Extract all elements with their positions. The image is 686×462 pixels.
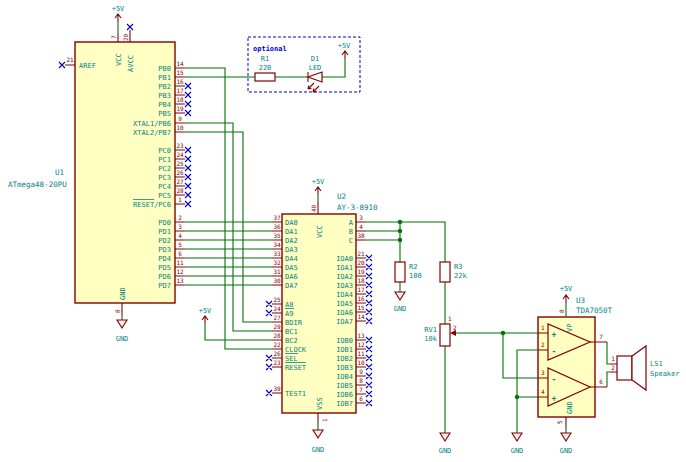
pin-name: IOA2 [336,273,353,281]
r2-body [395,262,405,282]
pin-name: XTAL1/PB6 [133,120,171,128]
pin-name: AREF [79,62,96,70]
gnd-label: GND [439,447,452,455]
pin-number: 5 [178,241,182,248]
r1-body [255,73,275,81]
led-triangle [308,72,322,82]
pin-name: PD7 [158,282,171,290]
u2-ref: U2 [337,192,346,201]
pin-number: 28 [176,187,184,194]
pin-number: 15 [176,69,184,76]
pin-name: PD4 [158,255,171,263]
opamp-plus-sign: + [552,330,557,339]
pin-number: 16 [357,295,365,302]
pin-number: 8 [558,309,565,313]
pin-name: PD1 [158,228,171,236]
pin-name: VSS [316,397,324,410]
pin-name: GND [566,401,574,414]
pin-number: 1 [178,196,182,203]
r1-value: 220 [259,64,272,72]
pin-number: 13 [357,332,365,339]
junction-dot [515,395,519,399]
pin-number: 22 [273,341,281,348]
pin-number: 6 [599,378,603,385]
pin-name: IOB0 [336,337,353,345]
pin-name: IOB6 [336,391,353,399]
pin-name: IOB3 [336,364,353,372]
pin-name: IOA6 [336,309,353,317]
r3-body [440,262,450,282]
opamp-minus-sign: - [552,375,557,384]
pin-number: 17 [176,87,184,94]
pin-name: XTAL2/PB7 [133,129,171,137]
pin-number: 10 [357,359,365,366]
pin-number: 2 [611,364,615,371]
pin-number: 3 [541,369,545,376]
led-emission-arrows [308,83,319,92]
pin-number: 13 [176,277,184,284]
pin-number: 15 [357,304,365,311]
junction-dot [398,229,402,233]
pin-name: BC1 [285,328,298,336]
pin-number: 28 [273,332,281,339]
gnd-label: GND [394,305,407,313]
pin-name: PC5 [158,192,171,200]
pin-number: 11 [176,259,184,266]
pin-number: 23 [176,142,184,149]
u1-value: ATmega48-20PU [8,180,67,189]
schematic-canvas: U1 ATmega48-20PU 21 AREF VCC 7 AVCC 20 G… [0,0,686,462]
r2-value: 100 [409,272,422,280]
pin-name: PB0 [158,65,171,73]
pin-name: IOA7 [336,318,353,326]
pin-number: 8 [359,377,363,384]
pin-name: DA3 [285,246,298,254]
pin-name: IOB2 [336,355,353,363]
pin-name: PD5 [158,264,171,272]
junction-dot [398,238,402,242]
pin-name: PB5 [158,110,171,118]
pin-number: 27 [273,314,281,321]
pin-name: B [349,228,353,236]
gnd-label: GND [560,447,573,455]
pin-name: IOB1 [336,346,353,354]
d1-value: LED [309,64,322,72]
pin-name: DA6 [285,273,298,281]
r3-value: 22k [454,272,467,280]
pin-name: IOA0 [336,255,353,263]
pin-name: A9 [285,310,293,318]
r1-ref: R1 [261,55,269,63]
pin-name: IOB5 [336,382,353,390]
pin-number: 30 [273,277,281,284]
rv1-body [440,324,450,346]
pin-number: 19 [176,105,184,112]
pin-name: PD6 [158,273,171,281]
pin-name: IOB7 [336,400,353,408]
d1-ref: D1 [311,55,319,63]
pin-number: 17 [357,286,365,293]
pin-number: 26 [176,169,184,176]
pin-name: DA1 [285,228,298,236]
u3-ref: U3 [576,296,585,305]
pin-number: 24 [176,151,184,158]
pin-number: 2 [453,324,457,331]
pin-number: 20 [357,259,365,266]
pin-number: 7 [599,333,603,340]
pin-name: PB4 [158,101,171,109]
rv1-value: 10k [424,335,437,343]
pin-name: DA4 [285,255,298,263]
pin-number: 40 [310,204,317,212]
pin-number: 6 [178,250,182,257]
ls1-value: Speaker [650,370,680,378]
pin-name: VCC [115,53,123,66]
pin-number: 20 [122,33,129,41]
pin-number: 1 [321,418,328,422]
pin-name: PC3 [158,174,171,182]
pin-number: 27 [176,178,184,185]
pin-number: 24 [273,305,281,312]
pin-number: 1 [541,324,545,331]
pin-number: 5 [556,420,563,424]
pin-number: 36 [273,223,281,230]
pin-number: 25 [273,296,281,303]
pin-name: C [349,237,353,245]
pin-number: 7 [110,35,117,39]
